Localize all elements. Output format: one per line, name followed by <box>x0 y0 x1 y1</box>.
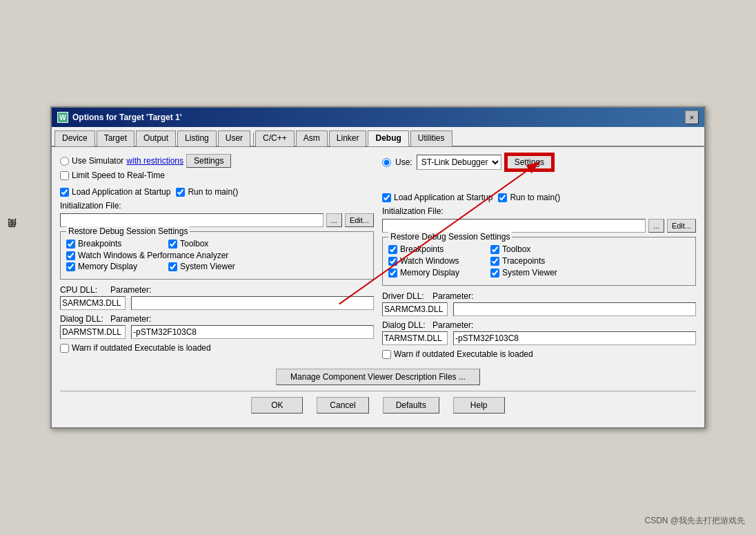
tab-listing[interactable]: Listing <box>177 130 217 146</box>
left-memory-checkbox[interactable] <box>66 262 75 271</box>
tab-device[interactable]: Device <box>54 130 95 146</box>
right-init-browse-button[interactable]: ... <box>648 219 664 233</box>
right-warn-row: Warn if outdated Executable is loaded <box>382 349 696 359</box>
right-toolbox-label: Toolbox <box>502 244 530 254</box>
left-dialog-param-label: Parameter: <box>110 314 152 324</box>
simulator-radio-row: Use Simulator with restrictions Settings <box>60 154 374 168</box>
left-cpu-dll-input[interactable] <box>60 296 126 310</box>
manage-component-button[interactable]: Manage Component Viewer Description File… <box>276 369 480 385</box>
left-watch-row: Watch Windows & Performance Analyzer <box>66 251 368 260</box>
simulator-radio[interactable] <box>60 157 69 166</box>
left-cpu-param-input[interactable] <box>131 296 374 310</box>
dialog: W Options for Target 'Target 1' × Device… <box>50 106 706 429</box>
left-restore-group: Restore Debug Session Settings Breakpoin… <box>60 231 374 280</box>
right-warn-label: Warn if outdated Executable is loaded <box>394 349 533 359</box>
tab-utilities[interactable]: Utilities <box>410 130 452 146</box>
right-init-file-input[interactable] <box>382 219 646 233</box>
left-init-edit-button[interactable]: Edit... <box>345 213 374 227</box>
right-dialog-dll-label: Dialog DLL: <box>382 320 427 330</box>
left-warn-checkbox[interactable] <box>60 344 69 353</box>
left-toolbox-label: Toolbox <box>180 239 208 249</box>
dialog-body: Use Simulator with restrictions Settings… <box>52 147 704 427</box>
left-load-app-label: Load Application at Startup <box>72 187 170 197</box>
right-driver-dll-label: Driver DLL: <box>382 291 427 301</box>
limit-speed-checkbox[interactable] <box>60 171 69 180</box>
right-driver-dll-input[interactable] <box>382 302 448 316</box>
with-restrictions-link[interactable]: with restrictions <box>126 156 183 166</box>
tab-user[interactable]: User <box>218 130 250 146</box>
simulator-settings-button[interactable]: Settings <box>186 154 231 168</box>
right-sysviewer-label: System Viewer <box>502 268 557 278</box>
right-init-edit-button[interactable]: Edit... <box>667 219 696 233</box>
right-col: Use: ST-Link Debugger Settings Load Appl… <box>382 154 696 363</box>
left-breakpoints-checkbox[interactable] <box>66 240 75 249</box>
left-load-app-checkbox[interactable] <box>60 188 69 197</box>
left-run-to-main-label: Run to main() <box>188 187 238 197</box>
right-load-app-label: Load Application at Startup <box>394 193 493 202</box>
right-driver-param-label: Parameter: <box>432 291 474 301</box>
left-init-file-label: Initialization File: <box>60 201 374 211</box>
right-run-to-main-label: Run to main() <box>510 193 560 202</box>
right-tracepoints-label: Tracepoints <box>502 256 545 266</box>
left-toolbox-checkbox[interactable] <box>168 240 177 249</box>
tab-asm[interactable]: Asm <box>296 130 328 146</box>
left-init-browse-button[interactable]: ... <box>326 213 342 227</box>
left-sysviewer-label: System Viewer <box>180 262 235 271</box>
right-dialog-param-label: Parameter: <box>432 320 474 330</box>
left-dialog-dll-input[interactable] <box>60 325 126 339</box>
right-driver-param-input[interactable] <box>453 302 696 316</box>
tab-linker[interactable]: Linker <box>329 130 367 146</box>
left-watch-checkbox[interactable] <box>66 251 75 260</box>
tab-cpp[interactable]: C/C++ <box>255 130 295 146</box>
right-init-file-label: Initialization File: <box>382 206 696 216</box>
debugger-select[interactable]: ST-Link Debugger <box>417 155 501 170</box>
right-toolbox-checkbox[interactable] <box>490 245 499 254</box>
left-watch-label: Watch Windows & Performance Analyzer <box>78 251 228 260</box>
right-run-to-main-checkbox[interactable] <box>498 193 507 202</box>
left-breakpoints-label: Breakpoints <box>78 239 121 249</box>
watermark: CSDN @我先去打把游戏先 <box>644 515 745 527</box>
right-breakpoints-checkbox[interactable] <box>388 245 397 254</box>
ok-button[interactable]: OK <box>251 397 303 414</box>
tab-debug[interactable]: Debug <box>368 130 408 146</box>
right-dialog-param-input[interactable] <box>453 331 696 345</box>
right-watch-checkbox[interactable] <box>388 257 397 266</box>
right-restore-group-title: Restore Debug Session Settings <box>388 232 512 242</box>
left-warn-row: Warn if outdated Executable is loaded <box>60 343 374 353</box>
right-sysviewer-checkbox[interactable] <box>490 269 499 278</box>
left-memory-label: Memory Display <box>78 262 137 271</box>
left-restore-group-title: Restore Debug Session Settings <box>66 226 190 236</box>
left-cpu-param-label: Parameter: <box>110 285 152 295</box>
left-dialog-param-input[interactable] <box>131 325 374 339</box>
use-radio[interactable] <box>382 158 391 167</box>
bottom-buttons: OK Cancel Defaults Help <box>60 391 696 420</box>
left-run-to-main-checkbox[interactable] <box>176 188 185 197</box>
defaults-button[interactable]: Defaults <box>383 397 439 414</box>
right-breakpoints-label: Breakpoints <box>400 244 444 254</box>
right-tracepoints-checkbox[interactable] <box>490 257 499 266</box>
use-label: Use: <box>395 157 412 167</box>
close-button[interactable]: × <box>685 110 699 124</box>
left-warn-label: Warn if outdated Executable is loaded <box>72 343 211 353</box>
right-warn-checkbox[interactable] <box>382 350 391 359</box>
left-sysviewer-checkbox[interactable] <box>168 262 177 271</box>
right-load-app-checkbox[interactable] <box>382 193 391 202</box>
tab-target[interactable]: Target <box>97 130 135 146</box>
use-settings-button[interactable]: Settings <box>506 154 553 171</box>
left-init-file-input[interactable] <box>60 213 324 227</box>
left-cpu-dll-label: CPU DLL: <box>60 285 105 295</box>
right-watch-label: Watch Windows <box>400 256 459 266</box>
right-dialog-dll-input[interactable] <box>382 331 448 345</box>
tabs-bar: Device Target Output Listing User C/C++ … <box>52 127 704 147</box>
limit-speed-row: Limit Speed to Real-Time <box>60 171 374 180</box>
manage-btn-row: Manage Component Viewer Description File… <box>60 369 696 385</box>
limit-speed-label: Limit Speed to Real-Time <box>72 171 165 180</box>
window-title: Options for Target 'Target 1' <box>72 113 182 122</box>
cancel-button[interactable]: Cancel <box>317 397 368 414</box>
right-memory-label: Memory Display <box>400 268 459 278</box>
tab-output[interactable]: Output <box>136 130 176 146</box>
right-memory-checkbox[interactable] <box>388 269 397 278</box>
left-col: Use Simulator with restrictions Settings… <box>60 154 374 363</box>
help-button[interactable]: Help <box>453 397 505 414</box>
simulator-label: Use Simulator <box>72 156 123 166</box>
